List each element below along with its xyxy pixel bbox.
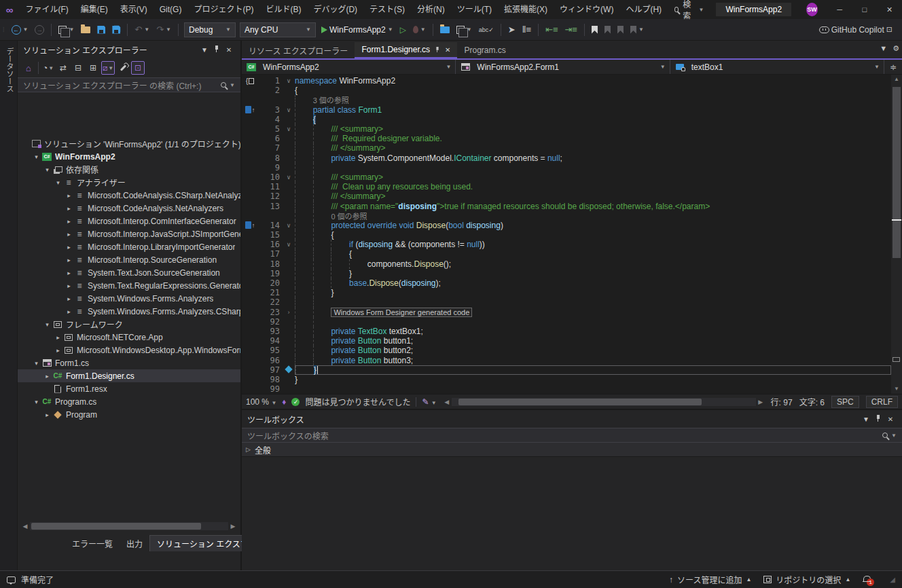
fold-toggle-icon[interactable]: ∨ (283, 107, 295, 113)
spell-check-button[interactable]: abc✓ (476, 22, 497, 38)
menu-item[interactable]: プロジェクト(P) (187, 0, 259, 19)
code-line[interactable]: 9 (242, 163, 891, 172)
solution-configuration-dropdown[interactable]: Debug▼ (184, 22, 236, 37)
menu-item[interactable]: 拡張機能(X) (498, 0, 554, 19)
tree-row[interactable]: ▸≡Microsoft.Interop.LibraryImportGenerat… (18, 240, 240, 253)
decrease-indent-button[interactable]: ⇤≡ (543, 22, 560, 38)
tree-row[interactable]: ▸≡Microsoft.Interop.ComInterfaceGenerato… (18, 215, 240, 227)
menu-item[interactable]: 分析(N) (411, 0, 451, 19)
tab-settings-gear-icon[interactable]: ⚙ (892, 44, 899, 53)
code-line[interactable]: 22 (242, 297, 891, 307)
switch-views-button[interactable]: ⌂ (22, 61, 35, 75)
breadcrumb-dropdown[interactable]: C#WinFormsApp2▼ (242, 60, 456, 74)
scroll-right-icon[interactable]: ▶ (756, 399, 765, 405)
pin-icon[interactable] (435, 46, 440, 53)
code-line[interactable]: 12/// </summary> (242, 191, 891, 201)
feedback-icon[interactable] (7, 576, 16, 583)
tree-expander-icon[interactable]: ▸ (64, 231, 74, 238)
tree-row[interactable]: ▸≡System.Text.RegularExpressions.Generat… (18, 279, 240, 292)
tree-row[interactable]: ▾Form1.cs (18, 356, 240, 369)
tree-expander-icon[interactable]: ▾ (53, 179, 63, 186)
tree-row[interactable]: ▸≡Microsoft.CodeAnalysis.NetAnalyzers (18, 202, 240, 215)
code-line[interactable]: 7/// </summary> (242, 143, 891, 153)
window-position-button[interactable]: ▼ (860, 416, 872, 423)
fold-toggle-icon[interactable]: ∨ (283, 126, 295, 132)
data-sources-vertical-tab[interactable]: データソース (4, 41, 15, 99)
code-line[interactable]: 92 (242, 317, 891, 327)
tree-row[interactable]: ソリューション 'WinFormsApp2' (1/1 のプロジェクト) (18, 137, 240, 150)
menu-item[interactable]: ヘルプ(H) (619, 0, 668, 19)
close-panel-button[interactable]: ✕ (223, 46, 235, 54)
tree-expander-icon[interactable]: ▸ (64, 308, 74, 315)
close-button[interactable]: ✕ (877, 0, 902, 19)
panel-tab-item[interactable]: 出力 (120, 536, 149, 551)
tree-row[interactable]: ▾≡アナライザー (18, 176, 240, 189)
code-line[interactable]: 3 個の参照 (242, 95, 891, 105)
code-line[interactable]: 94private Button button1; (242, 336, 891, 346)
github-copilot-button[interactable]: GitHub Copilot ⊡ (816, 22, 895, 38)
code-line[interactable]: 10∨/// <summary> (242, 172, 891, 182)
breadcrumb-dropdown[interactable]: textBox1▼ (670, 60, 884, 74)
toggle-bookmark-button[interactable] (589, 22, 600, 38)
find-in-files-button[interactable] (437, 22, 452, 38)
code-cleanup-icon[interactable]: ✎ ▼ (422, 397, 436, 407)
tree-row[interactable]: ▾C#WinFormsApp2 (18, 150, 240, 163)
solution-hscrollbar[interactable]: ◀ ▶ (20, 521, 238, 531)
toolbox-group-general[interactable]: ▷ 全般 (242, 443, 902, 457)
solution-search-input[interactable]: ソリューション エクスプローラー の検索 (Ctrl+:) ▼ (18, 77, 240, 92)
toolbox-search-input[interactable]: ツールボックスの検索 ▼ (242, 428, 902, 443)
tree-row[interactable]: ▸Microsoft.NETCore.App (18, 331, 240, 344)
collapsed-region[interactable]: Windows Form Designer generated code (331, 308, 472, 317)
code-line[interactable]: 0 個の参照 (242, 211, 891, 221)
split-editor-button[interactable]: ≑ (884, 60, 902, 74)
code-line[interactable]: 97} (242, 365, 891, 375)
fold-toggle-icon[interactable]: ∨ (283, 222, 295, 229)
tree-expander-icon[interactable]: ▸ (42, 373, 52, 380)
code-line[interactable]: 95private Button button2; (242, 346, 891, 355)
save-all-button[interactable] (109, 22, 123, 38)
tree-expander-icon[interactable]: ▸ (64, 257, 74, 263)
code-line[interactable]: 13/// <param name="disposing">true if ma… (242, 201, 891, 210)
code-line[interactable]: 18components.Dispose(); (242, 259, 891, 269)
tree-expander-icon[interactable]: ▸ (42, 411, 52, 418)
clear-bookmarks-button[interactable]: ▼ (628, 22, 647, 38)
scope-button[interactable]: ⊞ (86, 61, 100, 75)
line-ending-indicator[interactable]: CRLF (866, 396, 898, 408)
menu-item[interactable]: ファイル(F) (19, 0, 74, 19)
select-repository-button[interactable]: リポジトリの選択 ▲ (763, 574, 850, 585)
increase-indent-button[interactable]: ⇥≡ (562, 22, 579, 38)
code-line[interactable]: 20base.Dispose(disposing); (242, 278, 891, 288)
menu-item[interactable]: ツール(T) (451, 0, 498, 19)
code-line[interactable]: 6/// Required designer variable. (242, 134, 891, 143)
tree-expander-icon[interactable]: ▸ (53, 347, 63, 354)
code-line[interactable]: {1∨namespace WinFormsApp2 (242, 76, 891, 86)
code-line[interactable]: 96private Button button3; (242, 355, 891, 365)
toolbar-grip[interactable]: ⁞ (3, 26, 5, 33)
code-line[interactable]: 21} (242, 288, 891, 297)
code-line[interactable]: 17{ (242, 249, 891, 259)
menu-item[interactable]: Git(G) (154, 0, 188, 19)
select-element-button[interactable]: ➤ (505, 22, 518, 38)
code-line[interactable]: 5∨/// <summary> (242, 124, 891, 134)
tree-row[interactable]: Form1.resx (18, 382, 240, 395)
editor-hscrollbar[interactable]: ◀ ▶ (442, 397, 765, 407)
pin-button[interactable] (211, 45, 223, 54)
properties-button[interactable] (116, 61, 130, 75)
global-search-button[interactable]: 検索 ▼ (668, 0, 710, 21)
pin-button[interactable] (872, 414, 884, 424)
code-line[interactable]: 2{ (242, 86, 891, 95)
add-to-source-control-button[interactable]: ↑ ソース管理に追加 ▲ (669, 574, 751, 585)
menu-item[interactable]: ビルド(B) (259, 0, 307, 19)
code-line[interactable]: 4{ (242, 115, 891, 124)
document-tab[interactable]: Form1.Designer.cs✕ (355, 42, 457, 58)
save-button[interactable] (94, 22, 108, 38)
codelens-references[interactable]: 3 個の参照 (313, 94, 349, 105)
undo-button[interactable]: ↶▼ (132, 22, 152, 38)
gutter-indicator[interactable]: ↑ (242, 221, 258, 230)
tree-expander-icon[interactable]: ▾ (31, 399, 41, 405)
minimize-button[interactable]: ─ (827, 0, 852, 19)
scroll-right-icon[interactable]: ▶ (228, 523, 238, 530)
close-panel-button[interactable]: ✕ (884, 416, 897, 423)
menu-item[interactable]: 表示(V) (114, 0, 154, 19)
tree-row[interactable]: ▾依存関係 (18, 163, 240, 176)
